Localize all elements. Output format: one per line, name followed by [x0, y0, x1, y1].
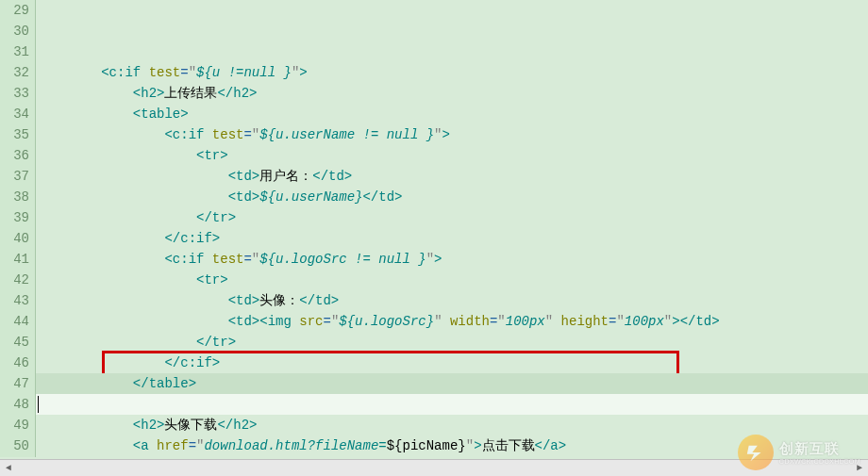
code-line[interactable]: </c:if> [36, 228, 868, 249]
line-number: 46 [0, 353, 29, 373]
code-line[interactable]: <table> [36, 104, 868, 124]
line-number: 47 [0, 373, 29, 394]
line-number: 33 [0, 83, 29, 104]
line-number: 40 [0, 228, 29, 249]
line-number: 32 [0, 62, 29, 83]
line-number: 41 [0, 249, 29, 270]
line-number: 48 [0, 394, 29, 415]
line-number: 35 [0, 124, 29, 145]
code-line[interactable]: <td><img src="${u.logoSrc}" width="100px… [36, 311, 868, 332]
code-line[interactable]: </table> [36, 373, 868, 394]
code-line[interactable]: <tr> [36, 270, 868, 290]
line-number-gutter: 2930313233343536373839404142434445464748… [0, 0, 36, 457]
code-editor[interactable]: 2930313233343536373839404142434445464748… [0, 0, 868, 457]
code-line[interactable]: <c:if test="${u.userName != null }"> [36, 124, 868, 145]
text-cursor [38, 396, 39, 413]
code-line[interactable]: <td>用户名：</td> [36, 166, 868, 187]
code-line[interactable]: </tr> [36, 332, 868, 353]
code-line[interactable]: <h2>头像下载</h2> [36, 415, 868, 435]
code-line[interactable] [36, 394, 868, 415]
line-number: 38 [0, 187, 29, 207]
code-line[interactable]: <h2>上传结果</h2> [36, 83, 868, 104]
line-number: 39 [0, 207, 29, 228]
line-number: 37 [0, 166, 29, 187]
line-number: 30 [0, 21, 29, 41]
line-number: 50 [0, 435, 29, 456]
line-number: 36 [0, 145, 29, 166]
code-line[interactable]: </c:if> [36, 353, 868, 373]
line-number: 44 [0, 311, 29, 332]
logo-text-cn: 创新互联 [779, 440, 860, 458]
watermark-logo: 创新互联 CDXWCK.CDCXHLCOM [738, 435, 860, 470]
code-line[interactable]: <c:if test="${u !=null }"> [36, 62, 868, 83]
code-line[interactable]: <td>头像：</td> [36, 290, 868, 311]
line-number: 45 [0, 332, 29, 353]
code-area[interactable]: <c:if test="${u !=null }"> <h2>上传结果</h2>… [36, 0, 868, 457]
code-line[interactable]: </tr> [36, 207, 868, 228]
scroll-track[interactable] [17, 461, 851, 476]
scroll-left-arrow[interactable]: ◄ [0, 461, 17, 476]
code-line[interactable]: <tr> [36, 145, 868, 166]
code-line[interactable]: <td>${u.userName}</td> [36, 187, 868, 207]
line-number: 43 [0, 290, 29, 311]
logo-icon [738, 435, 774, 470]
logo-text-en: CDXWCK.CDCXHLCOM [779, 458, 860, 465]
line-number: 49 [0, 415, 29, 435]
line-number: 29 [0, 0, 29, 21]
line-number: 42 [0, 270, 29, 290]
line-number: 34 [0, 104, 29, 124]
line-number: 31 [0, 41, 29, 62]
code-line[interactable]: <c:if test="${u.logoSrc != null }"> [36, 249, 868, 270]
